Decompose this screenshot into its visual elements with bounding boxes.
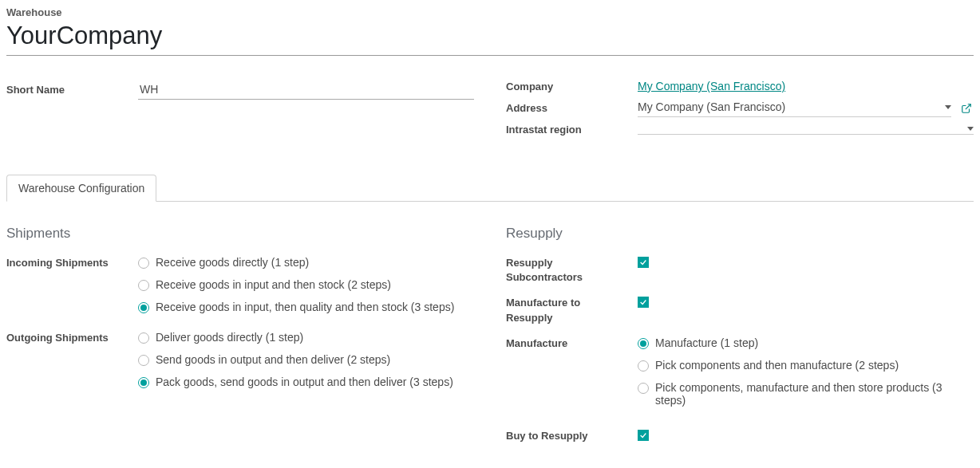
caret-down-icon <box>967 127 974 131</box>
manufacture-option-1step[interactable]: Manufacture (1 step) <box>638 336 974 349</box>
radio-icon <box>638 338 649 349</box>
buy-to-resupply-label: Buy to Resupply <box>506 429 638 443</box>
outgoing-shipments-label: Outgoing Shipments <box>6 331 138 345</box>
svg-line-0 <box>966 104 970 108</box>
outgoing-option-3steps[interactable]: Pack goods, send goods in output and the… <box>138 376 474 388</box>
resupply-subcontractors-checkbox[interactable] <box>638 257 649 268</box>
radio-label: Manufacture (1 step) <box>655 336 758 349</box>
manufacture-option-3steps[interactable]: Pick components, manufacture and then st… <box>638 381 974 407</box>
caret-down-icon <box>945 105 951 109</box>
address-value: My Company (San Francisco) <box>638 100 940 113</box>
radio-icon <box>638 383 649 394</box>
radio-label: Deliver goods directly (1 step) <box>156 331 303 344</box>
radio-label: Send goods in output and then deliver (2… <box>156 353 390 366</box>
intrastat-label: Intrastat region <box>506 124 638 136</box>
short-name-input[interactable] <box>138 80 474 100</box>
incoming-option-3steps[interactable]: Receive goods in input, then quality and… <box>138 301 474 313</box>
radio-icon <box>138 280 149 291</box>
manufacture-label: Manufacture <box>506 336 638 351</box>
incoming-option-2steps[interactable]: Receive goods in input and then stock (2… <box>138 278 474 291</box>
breadcrumb: Warehouse <box>6 6 974 18</box>
manufacture-option-2steps[interactable]: Pick components and then manufacture (2 … <box>638 359 974 372</box>
incoming-shipments-label: Incoming Shipments <box>6 256 138 270</box>
section-title-resupply: Resupply <box>506 226 974 242</box>
tab-warehouse-configuration[interactable]: Warehouse Configuration <box>6 175 156 202</box>
resupply-subcontractors-label: Resupply Subcontractors <box>506 256 638 285</box>
outgoing-option-2steps[interactable]: Send goods in output and then deliver (2… <box>138 353 474 366</box>
address-label: Address <box>506 102 638 114</box>
radio-icon <box>638 360 649 372</box>
radio-label: Pick components, manufacture and then st… <box>655 381 974 407</box>
company-label: Company <box>506 81 638 92</box>
radio-label: Pack goods, send goods in output and the… <box>156 376 453 388</box>
radio-label: Receive goods directly (1 step) <box>156 256 309 269</box>
radio-icon <box>138 377 149 388</box>
intrastat-select[interactable] <box>638 125 974 135</box>
address-select[interactable]: My Company (San Francisco) <box>638 99 951 117</box>
radio-icon <box>138 302 149 313</box>
short-name-label: Short Name <box>6 84 138 96</box>
radio-icon <box>138 332 149 344</box>
company-link[interactable]: My Company (San Francisco) <box>638 80 785 92</box>
page-title: YourCompany <box>6 22 974 50</box>
outgoing-option-1step[interactable]: Deliver goods directly (1 step) <box>138 331 474 344</box>
manufacture-to-resupply-checkbox[interactable] <box>638 297 649 308</box>
radio-label: Receive goods in input, then quality and… <box>156 301 454 313</box>
radio-icon <box>138 258 149 269</box>
radio-label: Receive goods in input and then stock (2… <box>156 278 391 291</box>
radio-icon <box>138 355 149 366</box>
radio-label: Pick components and then manufacture (2 … <box>655 359 899 372</box>
buy-to-resupply-checkbox[interactable] <box>638 430 649 441</box>
incoming-option-1step[interactable]: Receive goods directly (1 step) <box>138 256 474 269</box>
external-link-icon[interactable] <box>959 101 974 116</box>
manufacture-to-resupply-label: Manufacture to Resupply <box>506 296 638 324</box>
section-title-shipments: Shipments <box>6 226 474 242</box>
